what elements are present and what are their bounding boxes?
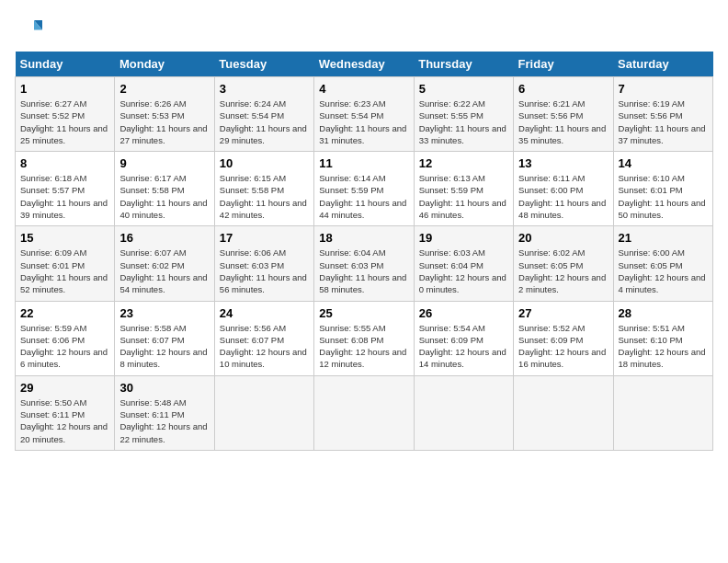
sunset-text: Sunset: 5:54 PM xyxy=(319,110,383,121)
sunrise-text: Sunrise: 6:17 AM xyxy=(119,173,186,183)
day-info: Sunrise: 6:14 AM Sunset: 5:59 PM Dayligh… xyxy=(319,172,408,221)
sunset-text: Sunset: 6:05 PM xyxy=(518,260,583,270)
sunset-text: Sunset: 6:00 PM xyxy=(518,185,583,195)
daylight-text: Daylight: 11 hours and 37 minutes. xyxy=(619,123,706,145)
day-number: 19 xyxy=(419,231,508,245)
daylight-text: Daylight: 11 hours and 46 minutes. xyxy=(419,198,506,220)
daylight-text: Daylight: 12 hours and 16 minutes. xyxy=(518,347,606,369)
sunset-text: Sunset: 6:03 PM xyxy=(319,260,383,270)
day-info: Sunrise: 6:03 AM Sunset: 6:04 PM Dayligh… xyxy=(419,247,508,295)
sunset-text: Sunset: 5:57 PM xyxy=(20,185,85,195)
calendar-cell: 24 Sunrise: 5:56 AM Sunset: 6:07 PM Dayl… xyxy=(214,301,313,375)
day-number: 24 xyxy=(220,306,309,320)
sunrise-text: Sunrise: 6:21 AM xyxy=(518,98,585,109)
daylight-text: Daylight: 12 hours and 18 minutes. xyxy=(619,347,706,369)
calendar-cell xyxy=(314,375,414,450)
sunset-text: Sunset: 6:01 PM xyxy=(20,260,85,270)
day-info: Sunrise: 6:04 AM Sunset: 6:03 PM Dayligh… xyxy=(319,247,408,295)
sunset-text: Sunset: 5:54 PM xyxy=(220,110,284,121)
sunrise-text: Sunrise: 6:04 AM xyxy=(319,247,385,258)
sunset-text: Sunset: 5:55 PM xyxy=(419,110,483,121)
day-info: Sunrise: 6:13 AM Sunset: 5:59 PM Dayligh… xyxy=(419,172,508,221)
sunset-text: Sunset: 5:59 PM xyxy=(419,185,483,195)
sunset-text: Sunset: 6:07 PM xyxy=(119,335,184,345)
sunset-text: Sunset: 6:08 PM xyxy=(319,335,383,345)
sunrise-text: Sunrise: 5:54 AM xyxy=(419,323,485,333)
sunset-text: Sunset: 5:58 PM xyxy=(220,185,284,195)
day-info: Sunrise: 6:11 AM Sunset: 6:00 PM Dayligh… xyxy=(518,172,608,221)
day-number: 10 xyxy=(220,156,309,170)
sunrise-text: Sunrise: 6:03 AM xyxy=(419,247,485,258)
calendar-cell: 26 Sunrise: 5:54 AM Sunset: 6:09 PM Dayl… xyxy=(414,301,513,375)
sunrise-text: Sunrise: 6:23 AM xyxy=(319,98,385,109)
day-number: 14 xyxy=(619,156,708,170)
daylight-text: Daylight: 12 hours and 4 minutes. xyxy=(619,272,706,294)
day-number: 12 xyxy=(419,156,508,170)
calendar-cell: 16 Sunrise: 6:07 AM Sunset: 6:02 PM Dayl… xyxy=(115,226,214,301)
sunrise-text: Sunrise: 6:14 AM xyxy=(319,173,385,183)
day-info: Sunrise: 6:10 AM Sunset: 6:01 PM Dayligh… xyxy=(619,172,708,221)
logo xyxy=(15,15,46,42)
calendar-cell: 15 Sunrise: 6:09 AM Sunset: 6:01 PM Dayl… xyxy=(16,226,115,301)
calendar-cell: 20 Sunrise: 6:02 AM Sunset: 6:05 PM Dayl… xyxy=(514,226,613,301)
day-number: 23 xyxy=(119,306,209,320)
calendar-cell: 7 Sunrise: 6:19 AM Sunset: 5:56 PM Dayli… xyxy=(613,77,712,152)
sunrise-text: Sunrise: 6:11 AM xyxy=(518,173,585,183)
day-number: 1 xyxy=(20,82,109,96)
sunset-text: Sunset: 6:06 PM xyxy=(20,335,85,345)
calendar-cell: 25 Sunrise: 5:55 AM Sunset: 6:08 PM Dayl… xyxy=(314,301,414,375)
sunrise-text: Sunrise: 6:09 AM xyxy=(20,247,86,258)
calendar-cell: 30 Sunrise: 5:48 AM Sunset: 6:11 PM Dayl… xyxy=(115,375,214,450)
day-info: Sunrise: 6:07 AM Sunset: 6:02 PM Dayligh… xyxy=(119,247,209,295)
sunset-text: Sunset: 6:03 PM xyxy=(220,260,284,270)
sunrise-text: Sunrise: 6:06 AM xyxy=(220,247,286,258)
daylight-text: Daylight: 12 hours and 20 minutes. xyxy=(20,421,108,443)
day-info: Sunrise: 6:24 AM Sunset: 5:54 PM Dayligh… xyxy=(220,98,309,146)
day-number: 9 xyxy=(119,156,209,170)
calendar-cell: 29 Sunrise: 5:50 AM Sunset: 6:11 PM Dayl… xyxy=(16,375,115,450)
calendar-cell: 1 Sunrise: 6:27 AM Sunset: 5:52 PM Dayli… xyxy=(16,77,115,152)
sunset-text: Sunset: 6:11 PM xyxy=(119,409,184,419)
sunset-text: Sunset: 6:04 PM xyxy=(419,260,483,270)
day-number: 29 xyxy=(20,381,109,395)
calendar-cell: 3 Sunrise: 6:24 AM Sunset: 5:54 PM Dayli… xyxy=(214,77,313,152)
sunrise-text: Sunrise: 6:26 AM xyxy=(119,98,186,109)
day-info: Sunrise: 5:58 AM Sunset: 6:07 PM Dayligh… xyxy=(119,322,209,371)
day-info: Sunrise: 5:50 AM Sunset: 6:11 PM Dayligh… xyxy=(20,396,109,445)
daylight-text: Daylight: 11 hours and 54 minutes. xyxy=(119,272,207,294)
calendar-week-row: 29 Sunrise: 5:50 AM Sunset: 6:11 PM Dayl… xyxy=(16,375,713,450)
day-info: Sunrise: 6:21 AM Sunset: 5:56 PM Dayligh… xyxy=(518,98,608,146)
day-number: 26 xyxy=(419,306,508,320)
calendar-cell xyxy=(214,375,313,450)
sunrise-text: Sunrise: 5:52 AM xyxy=(518,323,585,333)
daylight-text: Daylight: 12 hours and 0 minutes. xyxy=(419,272,506,294)
calendar-cell xyxy=(414,375,513,450)
sunrise-text: Sunrise: 5:48 AM xyxy=(119,397,186,408)
day-number: 15 xyxy=(20,231,109,245)
day-number: 8 xyxy=(20,156,109,170)
sunset-text: Sunset: 5:59 PM xyxy=(319,185,383,195)
calendar-cell: 5 Sunrise: 6:22 AM Sunset: 5:55 PM Dayli… xyxy=(414,77,513,152)
sunset-text: Sunset: 5:56 PM xyxy=(619,110,683,121)
daylight-text: Daylight: 11 hours and 29 minutes. xyxy=(220,123,307,145)
day-number: 22 xyxy=(20,306,109,320)
calendar-cell: 19 Sunrise: 6:03 AM Sunset: 6:04 PM Dayl… xyxy=(414,226,513,301)
day-number: 13 xyxy=(518,156,608,170)
day-number: 28 xyxy=(619,306,708,320)
calendar-cell: 12 Sunrise: 6:13 AM Sunset: 5:59 PM Dayl… xyxy=(414,152,513,226)
daylight-text: Daylight: 12 hours and 6 minutes. xyxy=(20,347,108,369)
day-number: 4 xyxy=(319,82,408,96)
calendar-cell: 27 Sunrise: 5:52 AM Sunset: 6:09 PM Dayl… xyxy=(514,301,613,375)
sunrise-text: Sunrise: 5:56 AM xyxy=(220,323,286,333)
sunset-text: Sunset: 5:53 PM xyxy=(119,110,184,121)
calendar-cell: 9 Sunrise: 6:17 AM Sunset: 5:58 PM Dayli… xyxy=(115,152,214,226)
day-number: 7 xyxy=(619,82,708,96)
col-monday: Monday xyxy=(115,52,214,77)
sunrise-text: Sunrise: 6:02 AM xyxy=(518,247,585,258)
day-number: 6 xyxy=(518,82,608,96)
sunset-text: Sunset: 6:10 PM xyxy=(619,335,683,345)
daylight-text: Daylight: 11 hours and 50 minutes. xyxy=(619,198,706,220)
day-number: 17 xyxy=(220,231,309,245)
calendar-cell: 4 Sunrise: 6:23 AM Sunset: 5:54 PM Dayli… xyxy=(314,77,414,152)
daylight-text: Daylight: 11 hours and 35 minutes. xyxy=(518,123,606,145)
